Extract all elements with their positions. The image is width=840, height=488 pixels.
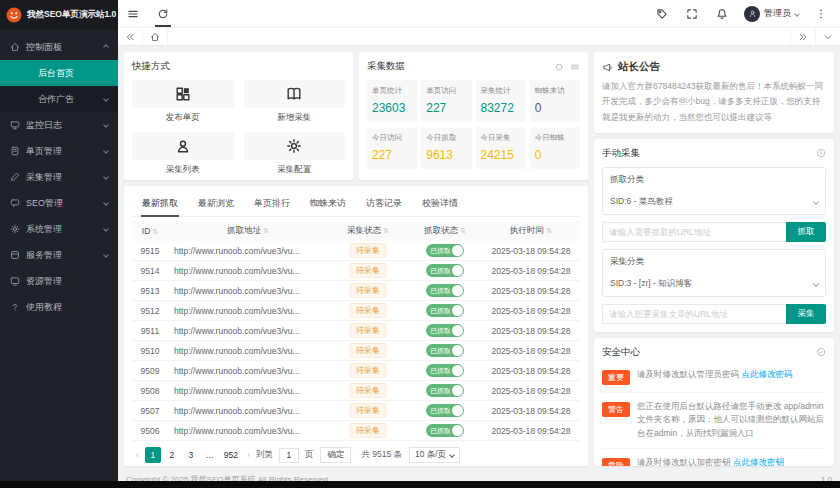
hamburger-icon[interactable]	[118, 0, 148, 27]
page-button[interactable]: 1	[145, 447, 161, 463]
sidebar-item[interactable]: SEO管理	[0, 190, 118, 216]
fetch-toggle[interactable]: 已抓取	[426, 344, 464, 357]
tab[interactable]: 最新抓取	[132, 194, 188, 216]
jump-page-input[interactable]	[279, 448, 299, 463]
column-header[interactable]: 抓取地址⇅	[168, 221, 328, 241]
security-link[interactable]: 点此修改密钥	[733, 457, 784, 466]
table-body: 9515 http://www.runoob.com/vue3/vu... 待采…	[132, 241, 580, 441]
cell-id: 9506	[132, 421, 168, 441]
fetch-toggle[interactable]: 已抓取	[426, 244, 464, 257]
sidebar-item[interactable]: 单页管理	[0, 138, 118, 164]
home-icon[interactable]	[143, 28, 168, 45]
cell-fetch-status: 已抓取	[408, 301, 482, 321]
sort-icon[interactable]: ⇅	[263, 227, 269, 234]
sidebar-item[interactable]: 采集管理	[0, 164, 118, 190]
tab[interactable]: 单页排行	[244, 194, 300, 216]
tab[interactable]: 最新浏览	[188, 194, 244, 216]
page-button[interactable]: 3	[183, 447, 199, 463]
next-page-button[interactable]: ›	[245, 450, 252, 460]
sort-icon[interactable]: ⇅	[152, 228, 158, 235]
collect-url-input[interactable]	[602, 304, 786, 324]
column-header[interactable]: 抓取状态⇅	[408, 221, 482, 241]
sort-icon[interactable]: ⇅	[460, 227, 466, 234]
fetch-category-select[interactable]: SID:6 - 菜鸟教程	[603, 190, 825, 214]
fetch-button[interactable]: 抓取	[786, 222, 826, 242]
shortcut-tile[interactable]: 发布单页	[132, 80, 234, 124]
fetch-url-input[interactable]	[602, 222, 786, 242]
tag-icon[interactable]	[647, 8, 677, 20]
page-size-select[interactable]: 10 条/页	[409, 447, 460, 463]
circle-icon[interactable]	[554, 62, 564, 72]
fetch-toggle[interactable]: 已抓取	[426, 384, 464, 397]
cell-collect-status: 待采集	[328, 381, 408, 401]
user-menu[interactable]: 管理员	[737, 6, 806, 22]
collect-icon	[10, 172, 20, 182]
cell-time: 2025-03-18 09:54:28	[482, 341, 580, 361]
fetch-toggle[interactable]: 已抓取	[426, 424, 464, 437]
cell-fetch-status: 已抓取	[408, 261, 482, 281]
shortcuts-card: 快捷方式 发布单页	[124, 52, 353, 180]
stat-box: 今日访问 227	[367, 127, 417, 169]
sort-icon[interactable]: ⇅	[546, 227, 552, 234]
tab[interactable]: 访客记录	[356, 194, 412, 216]
column-header[interactable]: 采集状态⇅	[328, 221, 408, 241]
chevron-down-icon[interactable]	[815, 28, 840, 45]
sidebar-item[interactable]: 系统管理	[0, 216, 118, 242]
cell-id: 9509	[132, 361, 168, 381]
menu-icon[interactable]	[570, 62, 580, 72]
collect-button[interactable]: 采集	[786, 304, 826, 324]
column-header[interactable]: 执行时间⇅	[482, 221, 580, 241]
security-link[interactable]: 点此修改密码	[741, 369, 792, 379]
status-badge: 待采集	[350, 323, 386, 338]
fetch-toggle[interactable]: 已抓取	[426, 364, 464, 377]
status-badge: 待采集	[350, 303, 386, 318]
stats-title: 采集数据	[367, 60, 405, 73]
cell-fetch-status: 已抓取	[408, 421, 482, 441]
chevron-down-icon	[794, 11, 800, 17]
sidebar-item[interactable]: 资源管理	[0, 268, 118, 294]
sidebar-item[interactable]: 控制面板	[0, 34, 118, 60]
tab[interactable]: 蜘蛛来访	[300, 194, 356, 216]
chevron-down-icon	[813, 281, 819, 287]
sidebar-item[interactable]: 使用教程	[0, 294, 118, 320]
collect-category-group: 采集分类 SID:3 - [zr] - 知识博客	[602, 249, 826, 297]
refresh-icon[interactable]	[148, 0, 178, 27]
cell-collect-status: 待采集	[328, 321, 408, 341]
fetch-toggle[interactable]: 已抓取	[426, 284, 464, 297]
page-button[interactable]: 2	[164, 447, 180, 463]
table-row: 9506 http://www.runoob.com/vue3/vu... 待采…	[132, 421, 580, 441]
sort-icon[interactable]: ⇅	[383, 227, 389, 234]
sidebar-item[interactable]: 服务管理	[0, 242, 118, 268]
tab[interactable]: 校验详情	[412, 194, 468, 216]
shortcut-tile[interactable]: 采集列表	[132, 132, 234, 176]
table-row: 9511 http://www.runoob.com/vue3/vu... 待采…	[132, 321, 580, 341]
chevrons-right-icon[interactable]	[790, 28, 815, 45]
fetch-toggle[interactable]: 已抓取	[426, 404, 464, 417]
stat-box: 单页访问 227	[421, 80, 471, 122]
chevron-icon	[103, 148, 109, 154]
chevron-icon	[103, 44, 109, 50]
shortcut-tile[interactable]: 新增采集	[244, 80, 346, 124]
sidebar-item[interactable]: 监控日志	[0, 112, 118, 138]
expand-icon[interactable]	[677, 8, 707, 20]
stat-box: 采集统计 83272	[476, 80, 526, 122]
more-menu-icon[interactable]	[806, 8, 836, 20]
column-header[interactable]: ID⇅	[132, 221, 168, 241]
collect-category-select[interactable]: SID:3 - [zr] - 知识博客	[603, 272, 825, 296]
sidebar-item[interactable]: 合作广告	[0, 86, 118, 112]
user-label: 管理员	[764, 7, 791, 20]
prev-page-button[interactable]: ‹	[134, 450, 141, 460]
chevrons-left-icon[interactable]	[118, 28, 143, 45]
fetch-toggle[interactable]: 已抓取	[426, 324, 464, 337]
cell-fetch-status: 已抓取	[408, 341, 482, 361]
confirm-button[interactable]: 确定	[320, 447, 351, 463]
page-button[interactable]: …	[202, 447, 218, 463]
fetch-toggle[interactable]: 已抓取	[426, 304, 464, 317]
sidebar-item[interactable]: 后台首页	[0, 60, 118, 86]
shortcut-tile[interactable]: 采集配置	[244, 132, 346, 176]
chevron-icon	[103, 226, 109, 232]
security-card: 安全中心 重要 请及时修改默认管理员密码 点此修改密码 警告	[594, 338, 834, 466]
fetch-toggle[interactable]: 已抓取	[426, 264, 464, 277]
page-button[interactable]: 952	[221, 447, 241, 463]
bell-icon[interactable]	[707, 8, 737, 20]
